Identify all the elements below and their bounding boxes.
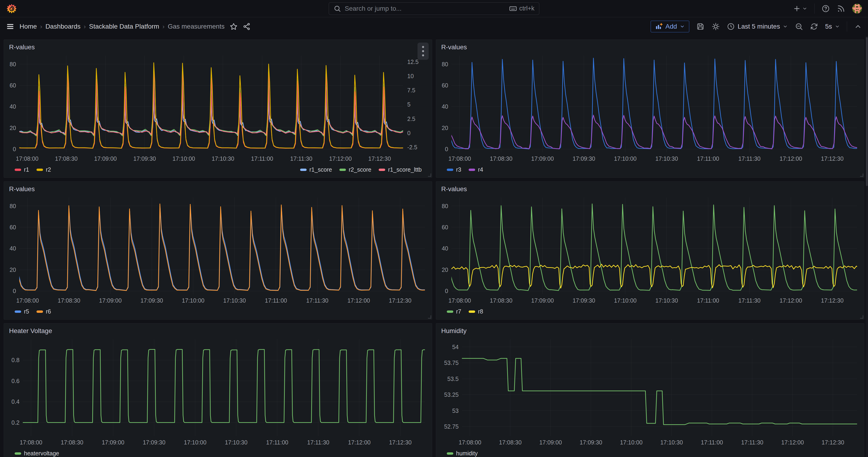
panel-title[interactable]: R-values — [9, 43, 35, 51]
chart-svg-humidity[interactable]: 17:08:0017:08:3017:09:0017:09:3017:10:00… — [436, 336, 864, 448]
y-axis-tick-label: 80 — [442, 203, 448, 209]
legend-label: r4 — [478, 166, 483, 173]
x-axis-tick-label: 17:11:30 — [738, 155, 761, 162]
new-item-button[interactable] — [793, 5, 807, 12]
y-axis-right-tick-label: 5 — [407, 101, 410, 108]
breadcrumb-dashboards[interactable]: Dashboards — [45, 23, 81, 30]
x-axis-tick-label: 17:11:00 — [697, 297, 719, 304]
legend-swatch — [300, 169, 307, 171]
legend-item-r6[interactable]: r6 — [36, 308, 51, 315]
x-axis-tick-label: 17:10:30 — [212, 155, 234, 162]
series-line-heatervoltage — [4, 349, 432, 423]
legend-item-r1_score[interactable]: r1_score — [300, 166, 332, 173]
chart-svg-r-values-1[interactable]: 17:08:0017:08:3017:09:0017:09:3017:10:00… — [4, 52, 432, 164]
search-placeholder: Search or jump to... — [345, 5, 509, 12]
user-avatar[interactable] — [852, 4, 862, 13]
global-search-input[interactable]: Search or jump to... ctrl+k — [329, 2, 539, 15]
x-axis-tick-label: 17:10:00 — [614, 297, 637, 304]
plot-area[interactable] — [4, 349, 432, 423]
panel-resize-handle[interactable] — [428, 174, 431, 177]
mega-menu-icon[interactable] — [6, 22, 14, 31]
chart-area-humidity[interactable]: 17:08:0017:08:3017:09:0017:09:3017:10:00… — [436, 336, 864, 448]
grafana-logo[interactable] — [6, 3, 17, 14]
chart-area-r-values-4[interactable]: 17:08:0017:08:3017:09:0017:09:3017:10:00… — [436, 194, 864, 306]
x-axis-tick-label: 17:11:00 — [265, 297, 287, 304]
plot-area[interactable] — [436, 58, 864, 149]
x-axis-tick-label: 17:12:00 — [347, 297, 370, 304]
chart-area-r-values-2[interactable]: 17:08:0017:08:3017:09:0017:09:3017:10:00… — [436, 52, 864, 164]
news-rss-icon[interactable] — [837, 4, 845, 13]
favorite-star-icon[interactable] — [230, 23, 238, 30]
y-axis-tick-label: 20 — [442, 125, 448, 131]
panel-title[interactable]: R-values — [441, 185, 467, 193]
x-axis-tick-label: 17:08:30 — [58, 297, 80, 304]
y-axis-tick-label: 0 — [445, 146, 448, 152]
legend-item-r4[interactable]: r4 — [469, 166, 483, 173]
plot-area[interactable] — [462, 358, 857, 425]
chart-area-r-values-3[interactable]: 17:08:0017:08:3017:09:0017:09:3017:10:00… — [4, 194, 432, 306]
x-axis-tick-label: 17:12:30 — [389, 439, 411, 446]
refresh-interval-picker[interactable]: 5s — [825, 23, 840, 30]
panel-resize-handle[interactable] — [860, 315, 863, 318]
legend-item-r7[interactable]: r7 — [447, 308, 461, 315]
chart-svg-r-values-4[interactable]: 17:08:0017:08:3017:09:0017:09:3017:10:00… — [436, 194, 864, 306]
legend-item-heatervoltage[interactable]: heatervoltage — [14, 450, 59, 457]
collapse-toolbar-chevron-up-icon[interactable] — [854, 23, 862, 30]
y-axis-right-tick-label: 0 — [407, 130, 410, 136]
chart-svg-heater-voltage[interactable]: 17:08:0017:08:3017:09:0017:09:3017:10:00… — [4, 336, 432, 448]
top-nav-bar: Search or jump to... ctrl+k — [0, 0, 868, 17]
legend-item-r3[interactable]: r3 — [447, 166, 461, 173]
x-axis-tick-label: 17:10:00 — [184, 439, 207, 446]
zoom-out-icon[interactable] — [795, 22, 803, 31]
panel-title[interactable]: R-values — [441, 43, 467, 51]
y-axis-tick-label: 20 — [9, 267, 16, 273]
panel-title[interactable]: Humidity — [441, 327, 467, 335]
breadcrumb-folder[interactable]: Stackable Data Platform — [89, 23, 159, 30]
legend-swatch — [14, 310, 21, 313]
chart-area-heater-voltage[interactable]: 17:08:0017:08:3017:09:0017:09:3017:10:00… — [4, 336, 432, 448]
panel-title[interactable]: R-values — [9, 185, 35, 193]
breadcrumb-home[interactable]: Home — [20, 23, 37, 30]
y-axis-tick-label: 53.75 — [444, 360, 459, 366]
graph-bar-add-icon — [655, 23, 662, 30]
legend-item-humidity[interactable]: humidity — [447, 450, 478, 457]
y-axis-tick-label: 53 — [452, 407, 459, 414]
time-range-picker[interactable]: Last 5 minutes — [727, 23, 788, 30]
legend-group-left: heatervoltage — [14, 450, 59, 457]
panel-resize-handle[interactable] — [428, 315, 431, 318]
legend-item-r8[interactable]: r8 — [469, 308, 483, 315]
y-axis-tick-label: 53.25 — [444, 391, 459, 398]
legend-item-r1[interactable]: r1 — [14, 166, 29, 173]
settings-gear-icon[interactable] — [712, 22, 720, 31]
legend-group-left: r7r8 — [447, 308, 483, 315]
x-axis-tick-label: 17:08:30 — [55, 155, 78, 162]
y-axis-tick-label: 53.5 — [447, 375, 459, 382]
chart-svg-r-values-2[interactable]: 17:08:0017:08:3017:09:0017:09:3017:10:00… — [436, 52, 864, 164]
legend-item-r1_score_lttb[interactable]: r1_score_lttb — [379, 166, 422, 173]
save-dashboard-icon[interactable] — [696, 22, 705, 31]
share-icon[interactable] — [243, 23, 251, 30]
clock-icon — [727, 23, 735, 30]
series-line-r8 — [436, 264, 864, 288]
x-axis-tick-label: 17:08:30 — [61, 439, 83, 446]
scrollbar-thumb[interactable] — [866, 37, 868, 186]
legend-label: r8 — [478, 308, 483, 315]
chevron-down-icon — [835, 24, 840, 29]
panel-title[interactable]: Heater Voltage — [9, 327, 52, 335]
legend-label: r1 — [24, 166, 29, 173]
plot-area[interactable] — [4, 63, 432, 148]
legend-item-r2[interactable]: r2 — [36, 166, 51, 173]
legend-label: r2 — [46, 166, 51, 173]
refresh-icon[interactable] — [810, 23, 818, 30]
legend-item-r5[interactable]: r5 — [14, 308, 29, 315]
help-icon[interactable] — [822, 4, 830, 13]
panel-resize-handle[interactable] — [860, 174, 863, 177]
chart-svg-r-values-3[interactable]: 17:08:0017:08:3017:09:0017:09:3017:10:00… — [4, 194, 432, 306]
add-panel-button[interactable]: Add — [651, 21, 689, 32]
plot-area[interactable] — [436, 204, 864, 291]
plot-area[interactable] — [4, 204, 432, 291]
chart-area-r-values-1[interactable]: 17:08:0017:08:3017:09:0017:09:3017:10:00… — [4, 52, 432, 164]
legend-item-r2_score[interactable]: r2_score — [339, 166, 371, 173]
x-axis-tick-label: 17:09:30 — [141, 297, 163, 304]
scrollbar-track[interactable] — [866, 36, 868, 457]
